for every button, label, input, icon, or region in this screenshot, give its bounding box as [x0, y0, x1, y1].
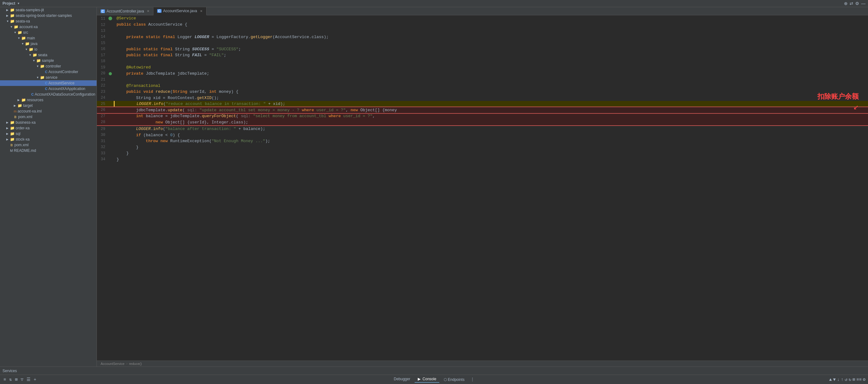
sidebar-item-io[interactable]: ▼ 📁 io	[0, 46, 97, 52]
sort-down-icon[interactable]: ⇅	[8, 376, 12, 383]
sidebar-item-seata-samples-jit[interactable]: ▶ 📁 seata-samples-jit	[0, 7, 97, 13]
sidebar-item-sql[interactable]: ▶ 📁 sql	[0, 131, 97, 136]
code-line-20: 20 private JdbcTemplate jdbcTemplate;	[97, 71, 868, 77]
settings-icon[interactable]: ⚙	[855, 1, 859, 6]
code-line-25: 25 LOGGER.info("reduce account balance i…	[97, 101, 868, 107]
tab-service-label: AccountService.java	[163, 9, 197, 13]
grid-icon[interactable]: ⊞	[14, 376, 19, 383]
wrap-icon[interactable]: ≡≡	[857, 377, 862, 382]
upload-icon[interactable]: ↑	[841, 377, 843, 382]
code-line-16: 16 public static final String SUCCESS = …	[97, 46, 868, 53]
sidebar-item-controller[interactable]: ▼ 📁 controller	[0, 63, 97, 69]
tab-java-icon: C	[101, 9, 105, 13]
code-editor[interactable]: 扣除账户余额 ↙ 11 @Service 12	[97, 15, 868, 360]
add-icon[interactable]: +	[33, 377, 37, 383]
code-line-34: 34 }	[97, 157, 868, 163]
code-line-12: 12 public class AccountService {	[97, 22, 868, 28]
locate-icon[interactable]: ⊕	[844, 1, 848, 6]
code-line-23: 23 public void reduce(String userId, int…	[97, 89, 868, 95]
tab-bar: C AccountController.java ✕ C AccountServ…	[97, 7, 868, 15]
breadcrumb-sep1: >	[126, 362, 127, 365]
code-line-29: 29 LOGGER.info("balance after transactio…	[97, 126, 868, 132]
code-line-27: 27 int balance = jdbcTemplate.queryForOb…	[97, 113, 868, 119]
breadcrumb: AccountService > reduce()	[97, 360, 868, 366]
sidebar-item-seata[interactable]: ▼ 📁 seata	[0, 52, 97, 58]
sidebar-item-seata-spring[interactable]: ▶ 📁 seata-spring-boot-starter-samples	[0, 13, 97, 19]
tab-console[interactable]: ▶ Console	[415, 376, 439, 383]
sidebar-item-src[interactable]: ▼ 📁 src	[0, 30, 97, 35]
code-line-26: 26 jdbcTemplate.update( sql: "update acc…	[97, 107, 868, 114]
tab-account-service[interactable]: C AccountService.java ✕	[153, 7, 207, 15]
endpoints-icon: ⬡	[444, 378, 447, 382]
code-line-24: 24 String xid = RootContext.getXID();	[97, 95, 868, 101]
close-icon[interactable]: —	[861, 1, 866, 6]
sidebar-item-resources[interactable]: ▶ 📁 resources	[0, 97, 97, 103]
sidebar-item-account-service[interactable]: ▶ C AccountService	[0, 80, 97, 86]
tab-controller-label: AccountController.java	[106, 9, 144, 13]
down-arrow-icon[interactable]: ▼	[833, 377, 836, 382]
sidebar-item-pom-xml-account[interactable]: 🗎 pom.xml	[0, 114, 97, 120]
tab-service-java-icon: C	[157, 9, 161, 13]
project-label: Project	[2, 1, 15, 6]
sidebar-item-java[interactable]: ▼ 📁 java	[0, 41, 97, 46]
sidebar-item-order-xa[interactable]: ▶ 📁 order-xa	[0, 125, 97, 131]
sidebar-item-account-controller[interactable]: ▶ C AccountController	[0, 69, 97, 75]
code-line-22: 22 @Transactional	[97, 83, 868, 89]
sidebar-item-account-xa-app[interactable]: ▶ C AccountXAApplication	[0, 86, 97, 92]
services-label: Services	[2, 369, 17, 373]
sidebar-item-stock-xa[interactable]: ▶ 📁 stock-xa	[0, 136, 97, 142]
tab-service-close[interactable]: ✕	[200, 9, 203, 13]
bottom-toolbar: ≡ ⇅ ⊞ ▽ ☰ + Debugger ▶ Console ⬡ Endpoin…	[0, 375, 868, 384]
split-icon[interactable]: ⊞	[852, 377, 855, 382]
tab-controller-close[interactable]: ✕	[147, 9, 149, 13]
undo-icon[interactable]: ↺	[844, 377, 847, 382]
code-line-19: 19 @Autowired	[97, 64, 868, 71]
download-icon[interactable]: ↓	[837, 377, 840, 382]
redo-icon[interactable]: ↻	[849, 377, 851, 382]
sidebar-item-sample[interactable]: ▼ 📁 sample	[0, 58, 97, 63]
editor-area: C AccountController.java ✕ C AccountServ…	[97, 7, 868, 366]
sidebar-item-service-folder[interactable]: ▼ 📁 service	[0, 75, 97, 80]
filter-icon[interactable]: ▽	[20, 376, 24, 383]
sidebar-item-main[interactable]: ▼ 📁 main	[0, 35, 97, 41]
console-icon: ▶	[418, 377, 421, 381]
services-bar: Services	[0, 366, 868, 375]
tab-account-controller[interactable]: C AccountController.java ✕	[97, 7, 153, 15]
list-icon[interactable]: ☰	[26, 376, 32, 383]
code-line-14: 14 private static final Logger LOGGER = …	[97, 34, 868, 40]
code-line-21: 21	[97, 76, 868, 83]
sidebar-item-pom-xml-root[interactable]: 🗎 pom.xml	[0, 142, 97, 148]
sidebar-item-seata-xa[interactable]: ▼ 📁 seata-xa	[0, 19, 97, 24]
code-line-30: 30 if (balance < 0) {	[97, 132, 868, 138]
breadcrumb-method: reduce()	[129, 362, 142, 365]
code-line-33: 33 }	[97, 150, 868, 157]
sort-up-icon[interactable]: ≡	[2, 377, 7, 383]
tab-debugger[interactable]: Debugger	[391, 376, 413, 383]
sidebar-item-account-xa[interactable]: ▼ 📁 account-xa	[0, 24, 97, 30]
code-line-15: 15	[97, 40, 868, 46]
sidebar-item-readme[interactable]: M README.md	[0, 148, 97, 153]
sidebar-item-account-xa-datasource[interactable]: ▶ C AccountXADataSourceConfiguration	[0, 92, 97, 97]
code-line-18: 18	[97, 58, 868, 65]
code-line-13: 13	[97, 28, 868, 34]
menu-dots-icon[interactable]: ⋮	[469, 376, 476, 383]
breadcrumb-class: AccountService	[101, 362, 124, 365]
settings-bottom-icon[interactable]: ⚙	[863, 377, 866, 382]
code-line-28: 28 new Object[] {userId}, Integer.class)…	[97, 119, 868, 126]
up-arrow-icon[interactable]: ▲	[829, 377, 832, 382]
tab-endpoints[interactable]: ⬡ Endpoints	[440, 376, 467, 383]
sidebar-item-target[interactable]: ▶ 📁 target	[0, 103, 97, 108]
code-line-32: 32 }	[97, 145, 868, 151]
sidebar-item-business-xa[interactable]: ▶ 📁 business-xa	[0, 120, 97, 125]
collapse-icon[interactable]: ⇄	[849, 1, 853, 6]
code-line-11: 11 @Service	[97, 15, 868, 22]
code-line-17: 17 public static final String FAIL = "FA…	[97, 52, 868, 58]
project-sidebar: ▶ 📁 seata-samples-jit ▶ 📁 seata-spring-b…	[0, 7, 97, 366]
sidebar-item-account-xa-iml[interactable]: m account-xa.iml	[0, 108, 97, 114]
project-dropdown-icon[interactable]: ▼	[17, 2, 20, 5]
code-line-31: 31 throw new RuntimeException("Not Enoug…	[97, 138, 868, 145]
